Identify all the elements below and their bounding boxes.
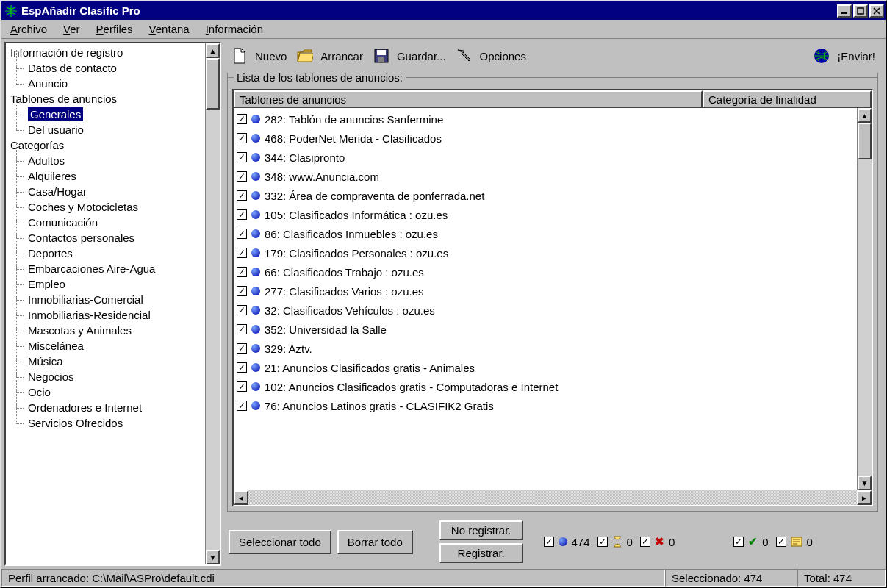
no-registrar-button[interactable]: No registrar. xyxy=(439,520,523,540)
tree-categorias-child-14[interactable]: Negocios xyxy=(6,369,205,384)
list-row[interactable]: ✓86: Clasificados Inmuebles : ozu.es xyxy=(234,224,857,243)
list-row[interactable]: ✓344: Clasipronto xyxy=(234,148,857,167)
tree-categorias-child-8[interactable]: Empleo xyxy=(6,276,205,292)
tree-tablones[interactable]: Tablones de anuncios xyxy=(6,91,205,107)
row-checkbox[interactable]: ✓ xyxy=(237,362,247,373)
scroll-right-icon[interactable]: ► xyxy=(857,490,872,505)
sidebar-scrollbar[interactable]: ▲ ▼ xyxy=(205,43,220,564)
col-categoria[interactable]: Categoría de finalidad xyxy=(703,90,872,108)
tree-categorias[interactable]: Categorías xyxy=(6,137,205,153)
blue-dot-icon xyxy=(251,382,260,391)
col-tablones[interactable]: Tablones de anuncios xyxy=(234,90,703,108)
stat-red-checkbox[interactable]: ✓ xyxy=(640,537,650,547)
scroll-up-icon[interactable]: ▲ xyxy=(206,43,220,58)
tree-info-child-0[interactable]: Datos de contacto xyxy=(6,60,205,76)
row-label: 348: www.Anuncia.com xyxy=(265,171,379,183)
list-row[interactable]: ✓348: www.Anuncia.com xyxy=(234,167,857,186)
tree-categorias-child-15[interactable]: Ocio xyxy=(6,384,205,400)
list-row[interactable]: ✓21: Anuncios Clasificados gratis - Anim… xyxy=(234,358,857,377)
registrar-button[interactable]: Registrar. xyxy=(439,543,523,563)
list-row[interactable]: ✓76: Anuncios Latinos gratis - CLASIFIK2… xyxy=(234,396,857,415)
row-checkbox[interactable]: ✓ xyxy=(237,343,247,354)
stat-hg-checkbox[interactable]: ✓ xyxy=(597,537,608,547)
list-row[interactable]: ✓329: Aztv. xyxy=(234,339,857,358)
row-checkbox[interactable]: ✓ xyxy=(237,114,247,124)
row-checkbox[interactable]: ✓ xyxy=(237,171,247,182)
scroll-down-icon[interactable]: ▼ xyxy=(858,476,872,490)
row-checkbox[interactable]: ✓ xyxy=(237,229,247,239)
tree-categorias-child-5[interactable]: Contactos personales xyxy=(6,230,205,245)
tree-categorias-child-16[interactable]: Ordenadores e Internet xyxy=(6,400,205,415)
row-checkbox[interactable]: ✓ xyxy=(237,305,247,315)
tree-tablones-child-0[interactable]: Generales xyxy=(6,107,205,122)
row-label: 21: Anuncios Clasificados gratis - Anima… xyxy=(265,362,475,374)
tree-categorias-child-13[interactable]: Música xyxy=(6,354,205,369)
row-checkbox[interactable]: ✓ xyxy=(237,381,247,392)
row-checkbox[interactable]: ✓ xyxy=(237,267,247,277)
menu-perfiles[interactable]: Perfiles xyxy=(93,21,136,37)
maximize-button[interactable] xyxy=(853,4,868,18)
menu-informacion[interactable]: Información xyxy=(203,21,266,37)
stat-green-checkbox[interactable]: ✓ xyxy=(733,537,744,547)
row-checkbox[interactable]: ✓ xyxy=(237,209,247,220)
tool-enviar[interactable]: ¡Enviar! xyxy=(814,48,875,64)
tree-categorias-child-4[interactable]: Comunicación xyxy=(6,215,205,230)
tree-info-child-1[interactable]: Anuncio xyxy=(6,76,205,91)
tree-categorias-child-3[interactable]: Coches y Motocicletas xyxy=(6,199,205,215)
tree-categorias-child-12[interactable]: Miscelánea xyxy=(6,338,205,354)
list-hscrollbar[interactable]: ◄ ► xyxy=(234,490,872,505)
tool-guardar[interactable]: Guardar... xyxy=(373,48,446,64)
tool-nuevo[interactable]: Nuevo xyxy=(231,48,287,64)
scroll-down-icon[interactable]: ▼ xyxy=(206,550,220,564)
menu-ventana[interactable]: Ventana xyxy=(146,21,193,37)
scroll-thumb[interactable] xyxy=(206,58,220,110)
stat-blue-checkbox[interactable]: ✓ xyxy=(544,537,554,547)
list-row[interactable]: ✓352: Universidad la Salle xyxy=(234,320,857,339)
list-row[interactable]: ✓32: Clasificados Vehículos : ozu.es xyxy=(234,301,857,320)
red-x-icon: ✖ xyxy=(655,535,664,548)
menu-archivo[interactable]: Archivo xyxy=(7,21,50,37)
tree-info-registro[interactable]: Información de registro xyxy=(6,45,205,60)
list-row[interactable]: ✓282: Tablón de anuncios Sanfermine xyxy=(234,110,857,129)
scroll-up-icon[interactable]: ▲ xyxy=(858,108,872,123)
list-row[interactable]: ✓179: Clasificados Personales : ozu.es xyxy=(234,243,857,262)
tree-categorias-child-10[interactable]: Inmobiliarias-Residencial xyxy=(6,307,205,323)
minimize-button[interactable] xyxy=(837,4,852,18)
stat-news-checkbox[interactable]: ✓ xyxy=(776,537,786,547)
row-checkbox[interactable]: ✓ xyxy=(237,286,247,296)
tree-categorias-child-9[interactable]: Inmobiliarias-Comercial xyxy=(6,292,205,307)
tool-opciones[interactable]: Opciones xyxy=(456,48,526,64)
tree-categorias-child-11[interactable]: Mascotas y Animales xyxy=(6,323,205,338)
menu-ver[interactable]: Ver xyxy=(60,21,83,37)
list-vscrollbar[interactable]: ▲ ▼ xyxy=(857,108,872,490)
row-checkbox[interactable]: ✓ xyxy=(237,248,247,258)
list-row[interactable]: ✓105: Clasificados Informática : ozu.es xyxy=(234,205,857,224)
select-all-button[interactable]: Seleccionar todo xyxy=(229,530,331,554)
tool-arrancar[interactable]: Arrancar xyxy=(297,48,363,64)
scroll-thumb[interactable] xyxy=(858,123,872,159)
row-checkbox[interactable]: ✓ xyxy=(237,152,247,162)
tree-categorias-child-1[interactable]: Alquileres xyxy=(6,168,205,184)
listview: Tablones de anuncios Categoría de finali… xyxy=(232,89,873,506)
row-checkbox[interactable]: ✓ xyxy=(237,190,247,201)
new-doc-icon xyxy=(231,48,248,64)
list-row[interactable]: ✓66: Clasificados Trabajo : ozu.es xyxy=(234,262,857,282)
clear-all-button[interactable]: Borrar todo xyxy=(337,530,413,554)
row-checkbox[interactable]: ✓ xyxy=(237,324,247,334)
tree-tablones-child-1[interactable]: Del usuario xyxy=(6,122,205,137)
row-checkbox[interactable]: ✓ xyxy=(237,401,247,411)
list-row[interactable]: ✓332: Área de compraventa de ponferrada.… xyxy=(234,186,857,205)
stat-hourglass: ✓ 0 xyxy=(597,536,633,548)
close-button[interactable] xyxy=(869,4,884,18)
tree-categorias-child-6[interactable]: Deportes xyxy=(6,245,205,261)
scroll-left-icon[interactable]: ◄ xyxy=(234,490,248,505)
blue-dot-icon xyxy=(251,268,260,276)
tree-categorias-child-0[interactable]: Adultos xyxy=(6,153,205,168)
row-checkbox[interactable]: ✓ xyxy=(237,133,247,143)
list-row[interactable]: ✓277: Clasificados Varios : ozu.es xyxy=(234,282,857,301)
tree-categorias-child-17[interactable]: Servicios Ofrecidos xyxy=(6,415,205,431)
tree-categorias-child-2[interactable]: Casa/Hogar xyxy=(6,184,205,199)
list-row[interactable]: ✓468: PoderNet Merida - Clasificados xyxy=(234,129,857,148)
tree-categorias-child-7[interactable]: Embarcaciones Aire-Agua xyxy=(6,261,205,276)
list-row[interactable]: ✓102: Anuncios Clasificados gratis - Com… xyxy=(234,377,857,396)
